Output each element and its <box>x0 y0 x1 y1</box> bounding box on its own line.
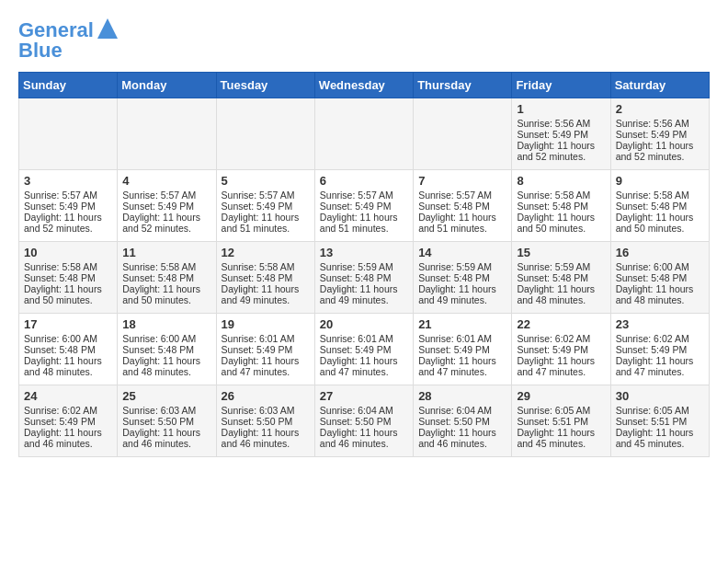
day-info: Sunset: 5:49 PM <box>320 201 408 212</box>
week-row-2: 3Sunrise: 5:57 AMSunset: 5:49 PMDaylight… <box>19 170 710 242</box>
day-info: Sunset: 5:50 PM <box>122 416 210 427</box>
day-info: Sunset: 5:50 PM <box>418 416 506 427</box>
day-info: Sunset: 5:48 PM <box>24 272 112 283</box>
day-info: Daylight: 11 hours and 52 minutes. <box>122 212 210 234</box>
day-info: Daylight: 11 hours and 47 minutes. <box>418 355 506 377</box>
day-info: Sunrise: 6:03 AM <box>122 405 210 416</box>
day-info: Daylight: 11 hours and 49 minutes. <box>418 283 506 305</box>
day-info: Sunrise: 6:04 AM <box>418 405 506 416</box>
day-number: 8 <box>517 174 605 188</box>
page-header: General Blue <box>18 18 710 63</box>
day-info: Daylight: 11 hours and 46 minutes. <box>320 427 408 449</box>
day-info: Sunset: 5:48 PM <box>418 201 506 212</box>
day-info: Daylight: 11 hours and 45 minutes. <box>517 427 605 449</box>
day-info: Sunrise: 5:56 AM <box>616 118 704 129</box>
day-number: 15 <box>517 246 605 259</box>
calendar-cell: 28Sunrise: 6:04 AMSunset: 5:50 PMDayligh… <box>414 385 512 457</box>
day-info: Sunset: 5:48 PM <box>517 272 605 283</box>
day-info: Sunrise: 5:56 AM <box>517 118 605 129</box>
calendar-cell: 29Sunrise: 6:05 AMSunset: 5:51 PMDayligh… <box>512 385 610 457</box>
day-number: 18 <box>122 317 210 331</box>
day-number: 26 <box>222 389 310 403</box>
calendar-cell: 16Sunrise: 6:00 AMSunset: 5:48 PMDayligh… <box>610 242 709 314</box>
day-number: 28 <box>418 389 506 403</box>
day-info: Sunset: 5:50 PM <box>222 416 310 427</box>
day-info: Daylight: 11 hours and 46 minutes. <box>418 427 506 449</box>
day-info: Daylight: 11 hours and 51 minutes. <box>320 212 408 234</box>
day-info: Sunrise: 5:58 AM <box>517 190 605 201</box>
day-info: Sunrise: 5:59 AM <box>320 261 408 272</box>
day-info: Sunrise: 5:59 AM <box>418 261 506 272</box>
day-info: Sunrise: 6:02 AM <box>24 405 112 416</box>
day-info: Sunset: 5:49 PM <box>616 129 704 140</box>
calendar-cell: 11Sunrise: 5:58 AMSunset: 5:48 PMDayligh… <box>118 242 216 314</box>
day-info: Sunrise: 6:05 AM <box>517 405 605 416</box>
day-info: Sunset: 5:48 PM <box>616 201 704 212</box>
day-info: Sunrise: 5:57 AM <box>320 190 408 201</box>
day-number: 17 <box>24 317 112 331</box>
day-info: Daylight: 11 hours and 45 minutes. <box>616 427 704 449</box>
column-header-monday: Monday <box>118 73 216 98</box>
calendar-cell: 13Sunrise: 5:59 AMSunset: 5:48 PMDayligh… <box>314 242 413 314</box>
column-header-tuesday: Tuesday <box>216 73 314 98</box>
day-info: Sunset: 5:48 PM <box>418 272 506 283</box>
day-info: Sunset: 5:48 PM <box>24 344 112 355</box>
day-info: Daylight: 11 hours and 48 minutes. <box>122 355 210 377</box>
day-number: 1 <box>517 102 605 116</box>
calendar-cell <box>118 98 216 170</box>
day-info: Sunset: 5:50 PM <box>320 416 408 427</box>
day-info: Sunset: 5:51 PM <box>616 416 704 427</box>
day-info: Sunset: 5:48 PM <box>222 272 310 283</box>
day-info: Sunrise: 6:02 AM <box>517 333 605 344</box>
day-info: Daylight: 11 hours and 48 minutes. <box>24 355 112 377</box>
day-info: Sunset: 5:49 PM <box>517 129 605 140</box>
day-info: Daylight: 11 hours and 50 minutes. <box>616 212 704 234</box>
day-number: 3 <box>24 174 112 188</box>
day-info: Sunset: 5:49 PM <box>222 344 310 355</box>
day-info: Sunset: 5:48 PM <box>517 201 605 212</box>
svg-marker-0 <box>97 18 118 39</box>
day-info: Daylight: 11 hours and 49 minutes. <box>222 283 310 305</box>
day-info: Sunrise: 6:00 AM <box>122 333 210 344</box>
day-info: Sunset: 5:48 PM <box>122 344 210 355</box>
day-info: Sunrise: 6:00 AM <box>24 333 112 344</box>
day-number: 20 <box>320 317 408 331</box>
calendar-cell: 2Sunrise: 5:56 AMSunset: 5:49 PMDaylight… <box>610 98 709 170</box>
calendar-cell: 10Sunrise: 5:58 AMSunset: 5:48 PMDayligh… <box>19 242 118 314</box>
day-info: Sunrise: 5:57 AM <box>418 190 506 201</box>
day-info: Daylight: 11 hours and 52 minutes. <box>517 140 605 162</box>
day-number: 13 <box>320 246 408 259</box>
calendar-cell: 8Sunrise: 5:58 AMSunset: 5:48 PMDaylight… <box>512 170 610 242</box>
calendar-cell: 1Sunrise: 5:56 AMSunset: 5:49 PMDaylight… <box>512 98 610 170</box>
day-info: Sunrise: 5:57 AM <box>122 190 210 201</box>
day-number: 6 <box>320 174 408 188</box>
day-info: Sunset: 5:49 PM <box>122 201 210 212</box>
day-info: Sunrise: 6:01 AM <box>320 333 408 344</box>
day-number: 7 <box>418 174 506 188</box>
day-number: 19 <box>222 317 310 331</box>
calendar-cell: 23Sunrise: 6:02 AMSunset: 5:49 PMDayligh… <box>610 314 709 385</box>
column-header-thursday: Thursday <box>414 73 512 98</box>
calendar-cell: 27Sunrise: 6:04 AMSunset: 5:50 PMDayligh… <box>314 385 413 457</box>
day-info: Sunset: 5:48 PM <box>616 272 704 283</box>
logo: General Blue <box>18 18 118 63</box>
calendar-cell: 4Sunrise: 5:57 AMSunset: 5:49 PMDaylight… <box>118 170 216 242</box>
day-number: 30 <box>616 389 704 403</box>
day-number: 22 <box>517 317 605 331</box>
day-info: Sunset: 5:51 PM <box>517 416 605 427</box>
day-info: Sunset: 5:49 PM <box>320 344 408 355</box>
week-row-5: 24Sunrise: 6:02 AMSunset: 5:49 PMDayligh… <box>19 385 710 457</box>
calendar-cell: 25Sunrise: 6:03 AMSunset: 5:50 PMDayligh… <box>118 385 216 457</box>
day-info: Sunrise: 6:02 AM <box>616 333 704 344</box>
day-info: Sunrise: 6:03 AM <box>222 405 310 416</box>
calendar-cell <box>216 98 314 170</box>
day-number: 24 <box>24 389 112 403</box>
day-info: Sunset: 5:49 PM <box>616 344 704 355</box>
day-info: Daylight: 11 hours and 47 minutes. <box>222 355 310 377</box>
day-info: Daylight: 11 hours and 51 minutes. <box>222 212 310 234</box>
day-info: Daylight: 11 hours and 50 minutes. <box>122 283 210 305</box>
day-info: Sunset: 5:48 PM <box>122 272 210 283</box>
day-info: Daylight: 11 hours and 47 minutes. <box>320 355 408 377</box>
day-info: Daylight: 11 hours and 48 minutes. <box>517 283 605 305</box>
day-number: 25 <box>122 389 210 403</box>
